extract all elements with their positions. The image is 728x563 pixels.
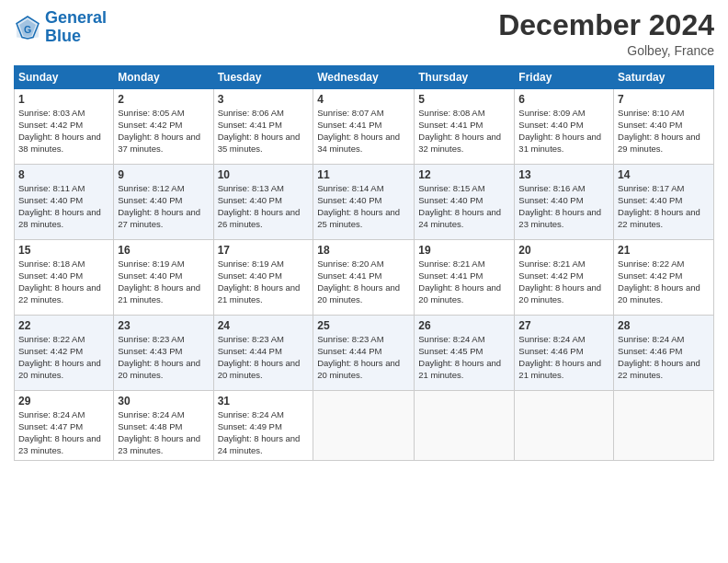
day-number: 12 (418, 168, 510, 181)
calendar-cell: 13Sunrise: 8:16 AM Sunset: 4:40 PM Dayli… (515, 165, 614, 240)
cell-details: Sunrise: 8:21 AM Sunset: 4:41 PM Dayligh… (418, 259, 510, 305)
cell-details: Sunrise: 8:23 AM Sunset: 4:44 PM Dayligh… (317, 334, 410, 381)
day-number: 19 (418, 244, 510, 257)
day-number: 31 (218, 395, 310, 408)
calendar-cell: 17Sunrise: 8:19 AM Sunset: 4:40 PM Dayli… (213, 240, 313, 316)
cell-details: Sunrise: 8:21 AM Sunset: 4:42 PM Dayligh… (518, 259, 609, 305)
calendar-cell: 30Sunrise: 8:24 AM Sunset: 4:48 PM Dayli… (114, 391, 213, 461)
calendar-cell: 10Sunrise: 8:13 AM Sunset: 4:40 PM Dayli… (213, 165, 313, 240)
cell-details: Sunrise: 8:24 AM Sunset: 4:46 PM Dayligh… (518, 334, 609, 381)
week-row-1: 1Sunrise: 8:03 AM Sunset: 4:42 PM Daylig… (15, 89, 714, 165)
day-number: 11 (317, 168, 410, 181)
day-number: 24 (218, 319, 310, 332)
cell-details: Sunrise: 8:09 AM Sunset: 4:40 PM Dayligh… (518, 108, 609, 155)
day-number: 3 (218, 93, 310, 106)
weekday-header-tuesday: Tuesday (213, 66, 313, 89)
calendar-cell (515, 391, 614, 461)
calendar-cell: 16Sunrise: 8:19 AM Sunset: 4:40 PM Dayli… (114, 240, 213, 316)
cell-details: Sunrise: 8:14 AM Sunset: 4:40 PM Dayligh… (317, 183, 410, 230)
cell-details: Sunrise: 8:15 AM Sunset: 4:40 PM Dayligh… (418, 183, 510, 230)
calendar-cell: 8Sunrise: 8:11 AM Sunset: 4:40 PM Daylig… (15, 165, 114, 240)
svg-text:G: G (24, 24, 31, 35)
day-number: 15 (18, 244, 109, 257)
calendar-cell: 20Sunrise: 8:21 AM Sunset: 4:42 PM Dayli… (515, 240, 614, 316)
calendar-cell: 25Sunrise: 8:23 AM Sunset: 4:44 PM Dayli… (313, 316, 415, 391)
week-row-2: 8Sunrise: 8:11 AM Sunset: 4:40 PM Daylig… (15, 165, 714, 240)
cell-details: Sunrise: 8:13 AM Sunset: 4:40 PM Dayligh… (218, 183, 310, 230)
day-number: 9 (118, 168, 209, 181)
weekday-header-saturday: Saturday (614, 66, 714, 89)
calendar-cell (313, 391, 415, 461)
cell-details: Sunrise: 8:11 AM Sunset: 4:40 PM Dayligh… (18, 183, 109, 230)
calendar-cell: 6Sunrise: 8:09 AM Sunset: 4:40 PM Daylig… (515, 89, 614, 165)
cell-details: Sunrise: 8:12 AM Sunset: 4:40 PM Dayligh… (118, 183, 209, 230)
day-number: 10 (218, 168, 310, 181)
day-number: 4 (317, 93, 410, 106)
calendar-cell: 22Sunrise: 8:22 AM Sunset: 4:42 PM Dayli… (15, 316, 114, 391)
day-number: 29 (18, 395, 109, 408)
day-number: 2 (118, 93, 209, 106)
logo: G General Blue (14, 9, 107, 46)
logo-line1: General (45, 8, 107, 27)
weekday-header-wednesday: Wednesday (313, 66, 415, 89)
weekday-header-thursday: Thursday (415, 66, 515, 89)
week-row-5: 29Sunrise: 8:24 AM Sunset: 4:47 PM Dayli… (15, 391, 714, 461)
calendar-cell: 24Sunrise: 8:23 AM Sunset: 4:44 PM Dayli… (213, 316, 313, 391)
header: G General Blue December 2024 Golbey, Fra… (14, 9, 714, 58)
day-number: 28 (618, 319, 710, 332)
calendar-cell (415, 391, 515, 461)
day-number: 23 (118, 319, 209, 332)
calendar-cell: 12Sunrise: 8:15 AM Sunset: 4:40 PM Dayli… (415, 165, 515, 240)
day-number: 20 (518, 244, 609, 257)
cell-details: Sunrise: 8:23 AM Sunset: 4:43 PM Dayligh… (118, 334, 209, 381)
day-number: 30 (118, 395, 209, 408)
day-number: 6 (518, 93, 609, 106)
cell-details: Sunrise: 8:03 AM Sunset: 4:42 PM Dayligh… (18, 108, 109, 155)
calendar-cell: 19Sunrise: 8:21 AM Sunset: 4:41 PM Dayli… (415, 240, 515, 316)
weekday-header-friday: Friday (515, 66, 614, 89)
calendar: SundayMondayTuesdayWednesdayThursdayFrid… (14, 65, 714, 461)
calendar-cell: 28Sunrise: 8:24 AM Sunset: 4:46 PM Dayli… (614, 316, 714, 391)
cell-details: Sunrise: 8:10 AM Sunset: 4:40 PM Dayligh… (618, 108, 710, 155)
calendar-cell: 29Sunrise: 8:24 AM Sunset: 4:47 PM Dayli… (15, 391, 114, 461)
calendar-cell: 15Sunrise: 8:18 AM Sunset: 4:40 PM Dayli… (15, 240, 114, 316)
logo-text: General Blue (45, 9, 107, 46)
calendar-cell: 9Sunrise: 8:12 AM Sunset: 4:40 PM Daylig… (114, 165, 213, 240)
calendar-cell: 4Sunrise: 8:07 AM Sunset: 4:41 PM Daylig… (313, 89, 415, 165)
calendar-cell: 23Sunrise: 8:23 AM Sunset: 4:43 PM Dayli… (114, 316, 213, 391)
day-number: 16 (118, 244, 209, 257)
calendar-cell: 26Sunrise: 8:24 AM Sunset: 4:45 PM Dayli… (415, 316, 515, 391)
calendar-cell: 1Sunrise: 8:03 AM Sunset: 4:42 PM Daylig… (15, 89, 114, 165)
day-number: 8 (18, 168, 109, 181)
cell-details: Sunrise: 8:24 AM Sunset: 4:45 PM Dayligh… (418, 334, 510, 381)
calendar-cell: 31Sunrise: 8:24 AM Sunset: 4:49 PM Dayli… (213, 391, 313, 461)
day-number: 14 (618, 168, 710, 181)
weekday-header-monday: Monday (114, 66, 213, 89)
calendar-cell: 7Sunrise: 8:10 AM Sunset: 4:40 PM Daylig… (614, 89, 714, 165)
week-row-4: 22Sunrise: 8:22 AM Sunset: 4:42 PM Dayli… (15, 316, 714, 391)
logo-icon: G (14, 14, 41, 41)
calendar-cell (614, 391, 714, 461)
logo-line2: Blue (45, 27, 81, 45)
title-block: December 2024 Golbey, France (498, 9, 714, 58)
day-number: 1 (18, 93, 109, 106)
cell-details: Sunrise: 8:18 AM Sunset: 4:40 PM Dayligh… (18, 259, 109, 305)
calendar-cell: 3Sunrise: 8:06 AM Sunset: 4:41 PM Daylig… (213, 89, 313, 165)
calendar-cell: 21Sunrise: 8:22 AM Sunset: 4:42 PM Dayli… (614, 240, 714, 316)
cell-details: Sunrise: 8:22 AM Sunset: 4:42 PM Dayligh… (18, 334, 109, 381)
day-number: 18 (317, 244, 410, 257)
day-number: 25 (317, 319, 410, 332)
cell-details: Sunrise: 8:19 AM Sunset: 4:40 PM Dayligh… (218, 259, 310, 305)
day-number: 17 (218, 244, 310, 257)
cell-details: Sunrise: 8:24 AM Sunset: 4:46 PM Dayligh… (618, 334, 710, 381)
location: Golbey, France (498, 43, 714, 58)
cell-details: Sunrise: 8:05 AM Sunset: 4:42 PM Dayligh… (118, 108, 209, 155)
cell-details: Sunrise: 8:22 AM Sunset: 4:42 PM Dayligh… (618, 259, 710, 305)
day-number: 26 (418, 319, 510, 332)
calendar-cell: 2Sunrise: 8:05 AM Sunset: 4:42 PM Daylig… (114, 89, 213, 165)
cell-details: Sunrise: 8:16 AM Sunset: 4:40 PM Dayligh… (518, 183, 609, 230)
day-number: 13 (518, 168, 609, 181)
day-number: 27 (518, 319, 609, 332)
day-number: 22 (18, 319, 109, 332)
weekday-header-row: SundayMondayTuesdayWednesdayThursdayFrid… (15, 66, 714, 89)
